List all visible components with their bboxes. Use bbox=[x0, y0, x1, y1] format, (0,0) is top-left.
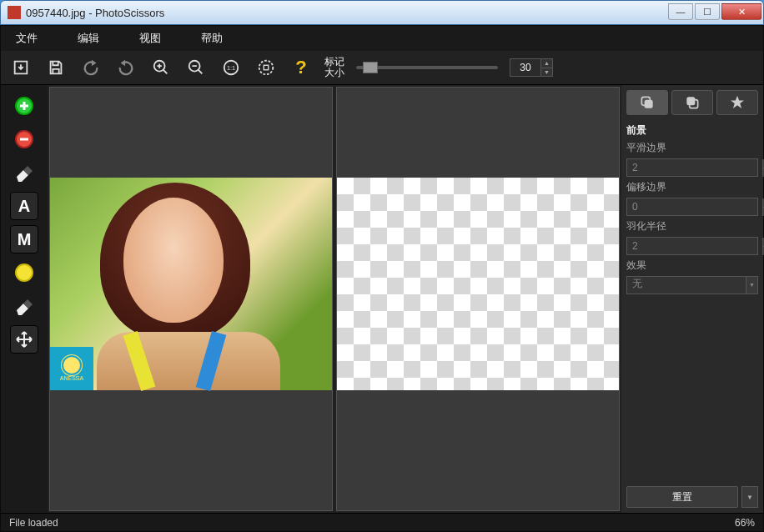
reset-dropdown[interactable]: ▼ bbox=[741, 486, 758, 508]
background-marker-tool[interactable] bbox=[10, 125, 38, 153]
section-title: 前景 bbox=[626, 123, 758, 138]
smooth-field[interactable]: ▲▼ bbox=[626, 158, 758, 177]
reset-button[interactable]: 重置 bbox=[626, 486, 738, 508]
zoom-1to1-icon: 1:1 bbox=[222, 58, 240, 77]
minus-circle-icon bbox=[14, 129, 34, 149]
yellow-circle-icon bbox=[14, 263, 34, 283]
prop-tab-foreground[interactable] bbox=[626, 90, 668, 115]
manual-tool[interactable]: M bbox=[10, 225, 38, 253]
foreground-marker-tool[interactable] bbox=[10, 92, 38, 120]
effect-field[interactable]: 无 ▼ bbox=[626, 276, 758, 294]
move-tool[interactable] bbox=[10, 325, 38, 354]
menu-edit[interactable]: 编辑 bbox=[78, 31, 99, 46]
svg-point-8 bbox=[16, 264, 33, 281]
window-title: 0957440.jpg - PhotoScissors bbox=[26, 7, 164, 19]
zoom-in-button[interactable] bbox=[149, 56, 173, 79]
image-badge: ANESSA bbox=[50, 347, 93, 390]
star-icon bbox=[729, 94, 746, 111]
properties-panel: 前景 平滑边界 ▲▼ 偏移边界 ▲▼ 羽化半径 ▲▼ 效果 无 ▼ bbox=[621, 85, 763, 513]
undo-button[interactable] bbox=[79, 56, 103, 79]
zoom-out-icon bbox=[187, 58, 205, 77]
badge-brand: ANESSA bbox=[60, 375, 83, 381]
eraser-icon bbox=[14, 163, 34, 183]
svg-rect-5 bbox=[264, 65, 269, 70]
save-icon bbox=[47, 58, 65, 77]
menu-file[interactable]: 文件 bbox=[16, 31, 38, 46]
eraser2-icon bbox=[14, 296, 34, 316]
source-image-panel[interactable]: ANESSA bbox=[49, 87, 333, 511]
layers-front-icon bbox=[639, 94, 656, 111]
menubar: 文件 编辑 视图 帮助 bbox=[1, 26, 763, 51]
zoom-in-icon bbox=[152, 58, 170, 77]
spin-down[interactable]: ▼ bbox=[540, 68, 552, 76]
save-button[interactable] bbox=[44, 56, 68, 79]
window-close-button[interactable]: ✕ bbox=[721, 3, 761, 20]
feather-label: 羽化半径 bbox=[626, 219, 758, 233]
feather-field[interactable]: ▲▼ bbox=[626, 237, 758, 255]
svg-text:1:1: 1:1 bbox=[227, 64, 235, 72]
redo-icon bbox=[117, 58, 135, 77]
smooth-input[interactable] bbox=[627, 159, 762, 176]
layers-back-icon bbox=[684, 94, 701, 111]
app-icon bbox=[8, 6, 21, 19]
plus-circle-icon bbox=[14, 96, 34, 116]
svg-rect-11 bbox=[686, 97, 695, 105]
result-image-panel[interactable] bbox=[336, 87, 620, 511]
window-titlebar: 0957440.jpg - PhotoScissors — ☐ ✕ bbox=[0, 0, 764, 25]
svg-rect-9 bbox=[645, 100, 653, 108]
tool-sidebar: A M bbox=[1, 85, 48, 513]
offset-field[interactable]: ▲▼ bbox=[626, 198, 758, 216]
effect-value: 无 bbox=[627, 277, 746, 294]
zoom-out-button[interactable] bbox=[184, 56, 208, 79]
toolbar: 1:1 ? 标记 大小 ▲▼ bbox=[1, 51, 763, 85]
open-icon bbox=[12, 58, 30, 77]
window-maximize-button[interactable]: ☐ bbox=[695, 3, 720, 20]
eraser-tool[interactable] bbox=[10, 158, 38, 187]
zoom-fit-icon bbox=[257, 58, 275, 77]
transparent-result bbox=[337, 178, 619, 390]
prop-tab-favorite[interactable] bbox=[716, 90, 758, 115]
zoom-actual-button[interactable]: 1:1 bbox=[219, 56, 243, 79]
statusbar: File loaded 66% bbox=[1, 513, 763, 531]
menu-view[interactable]: 视图 bbox=[139, 31, 161, 46]
open-button[interactable] bbox=[9, 56, 33, 79]
help-button[interactable]: ? bbox=[289, 56, 313, 79]
redo-button[interactable] bbox=[114, 56, 138, 79]
slider-thumb[interactable] bbox=[363, 62, 378, 73]
cleanup-eraser-tool[interactable] bbox=[10, 292, 38, 320]
move-icon bbox=[14, 329, 34, 349]
status-zoom: 66% bbox=[735, 517, 755, 529]
status-message: File loaded bbox=[9, 517, 58, 529]
marker-size-input[interactable] bbox=[510, 59, 540, 76]
zoom-fit-button[interactable] bbox=[254, 56, 278, 79]
effect-label: 效果 bbox=[626, 258, 758, 273]
spin-up[interactable]: ▲ bbox=[540, 59, 552, 68]
smooth-label: 平滑边界 bbox=[626, 141, 758, 155]
marker-size-slider[interactable] bbox=[356, 66, 498, 69]
offset-input[interactable] bbox=[627, 198, 762, 215]
feather-input[interactable] bbox=[627, 238, 762, 254]
svg-point-4 bbox=[259, 61, 274, 75]
help-icon: ? bbox=[295, 57, 306, 78]
source-image: ANESSA bbox=[50, 178, 332, 390]
prop-tab-background[interactable] bbox=[671, 90, 713, 115]
undo-icon bbox=[82, 58, 100, 77]
auto-tool[interactable]: A bbox=[10, 192, 38, 220]
highlight-tool[interactable] bbox=[10, 258, 38, 287]
menu-help[interactable]: 帮助 bbox=[201, 31, 223, 46]
offset-label: 偏移边界 bbox=[626, 180, 758, 194]
marker-size-label: 标记 大小 bbox=[324, 57, 344, 78]
window-minimize-button[interactable]: — bbox=[668, 3, 693, 20]
marker-size-spin[interactable]: ▲▼ bbox=[510, 58, 553, 77]
